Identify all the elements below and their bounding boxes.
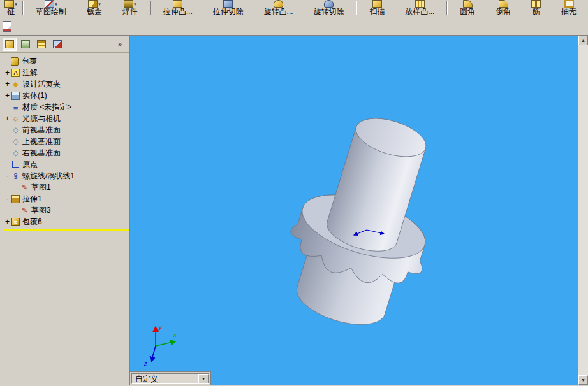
scrollbar-track[interactable]	[578, 45, 588, 375]
extrude-icon	[11, 195, 20, 203]
tree-item-extrude1[interactable]: - 拉伸1	[3, 193, 129, 204]
expand-toggle[interactable]: +	[3, 80, 11, 88]
toolbar-icon-wrap	[274, 0, 283, 8]
chamfer-icon	[499, 0, 508, 8]
expand-toggle[interactable]: -	[3, 195, 11, 203]
sheet-metal-icon	[88, 0, 98, 8]
toolbar-button-revolve-cut[interactable]: 旋转切除	[304, 0, 355, 17]
rib-icon	[531, 0, 541, 8]
third-party-icon	[53, 40, 62, 48]
sketch-draw-icon	[45, 0, 54, 8]
toolbar-button-revolve-boss[interactable]: 旋转凸...	[254, 0, 304, 17]
tree-item-wrap6[interactable]: + 包覆6	[3, 216, 129, 227]
tree-root-part[interactable]: 包覆	[3, 55, 129, 67]
tab-property-manager[interactable]	[18, 38, 33, 51]
toolbar-icon-wrap	[499, 0, 508, 8]
toolbar-button-sweep[interactable]: 扫描	[359, 0, 395, 17]
tree-item-design-binder[interactable]: + 设计活页夹	[3, 78, 129, 90]
tree-item-material[interactable]: 材质 <未指定>	[3, 101, 129, 113]
graphics-area[interactable]: y x z	[130, 36, 578, 385]
display-pane-expand-button[interactable]: »	[113, 38, 127, 51]
sketch-icon	[20, 206, 29, 215]
toolbar-icon-wrap: ▾	[124, 0, 136, 8]
triad-y-label: y	[158, 324, 162, 331]
combo-dropdown-button[interactable]: ▼	[198, 374, 209, 383]
vertical-scrollbar[interactable]: ▲ ▼	[578, 36, 588, 385]
chevron-down-icon: ▾	[15, 2, 17, 6]
feature-tree-icon	[5, 40, 14, 48]
expand-toggle[interactable]: +	[3, 69, 11, 76]
toolbar-icon-wrap	[372, 0, 382, 8]
toolbar-icon-wrap: ▾	[88, 0, 101, 8]
toolbar-button-features[interactable]: ▾ 征	[1, 0, 20, 17]
document-icon[interactable]	[3, 21, 11, 32]
toolbar-button-extrude-boss[interactable]: 拉伸凸...	[153, 0, 203, 17]
toolbar-icon-wrap	[564, 0, 574, 8]
expand-toggle[interactable]: -	[3, 172, 11, 180]
toolbar-button-rib[interactable]: 筋	[521, 0, 551, 17]
tree-item-origin[interactable]: 原点	[3, 159, 129, 170]
expand-toggle[interactable]: +	[3, 115, 11, 122]
tree-item-sketch1[interactable]: 草图1	[3, 182, 129, 193]
chevron-down-icon: ▾	[134, 2, 136, 6]
toolbar-icon-wrap	[463, 0, 473, 8]
toolbar-icon-wrap	[173, 0, 182, 8]
tab-feature-manager[interactable]	[3, 38, 17, 51]
scroll-down-button[interactable]: ▼	[578, 375, 588, 385]
scroll-up-button[interactable]: ▲	[578, 36, 588, 45]
tree-item-solid-bodies[interactable]: + 实体(1)	[3, 90, 129, 101]
expand-toggle[interactable]: +	[3, 218, 11, 225]
toolbar-separator	[446, 1, 448, 15]
features-toolbar: ▾ 征 ▾ 草图绘制 ▾ 钣金 ▾ 焊件 拉伸凸...	[0, 0, 588, 17]
toolbar-button-chamfer[interactable]: 倒角	[485, 0, 521, 17]
model-bevel-gear[interactable]	[269, 102, 461, 341]
toolbar-icon-wrap	[223, 0, 233, 8]
origin-icon	[12, 161, 19, 168]
rollback-bar[interactable]	[3, 229, 129, 231]
arrow-down-icon: ▼	[581, 378, 585, 382]
toolbar-separator	[22, 1, 24, 15]
toolbar-icon-wrap	[324, 0, 334, 8]
tree-item-right-plane[interactable]: 右视基准面	[3, 147, 129, 159]
toolbar-icon-wrap	[415, 0, 425, 8]
expand-toggle[interactable]: +	[3, 92, 11, 99]
extrude-boss-icon	[173, 0, 182, 8]
revolve-cut-icon	[324, 0, 334, 8]
feature-tree: 包覆 + 注解 + 设计活页夹 + 实体(1) 材质 <未指定>	[0, 53, 129, 385]
configuration-manager-icon	[37, 40, 46, 48]
wrap-icon	[11, 218, 20, 226]
shell-icon	[564, 0, 574, 8]
extrude-cut-icon	[223, 0, 233, 8]
solid-bodies-icon	[11, 92, 20, 100]
toolbar-button-sheet-metal[interactable]: ▾ 钣金	[77, 0, 112, 17]
graphics-viewport[interactable]: y x z 自定义 ▼ ▲ ▼	[130, 36, 588, 385]
plane-icon	[11, 149, 20, 157]
tree-item-helix[interactable]: - 螺旋线/涡状线1	[3, 170, 129, 182]
tab-configuration-manager[interactable]	[34, 38, 48, 51]
view-orientation-combo[interactable]: 自定义 ▼	[131, 373, 209, 384]
material-icon	[11, 103, 20, 111]
reference-triad: y x z	[143, 324, 177, 367]
tree-item-top-plane[interactable]: 上视基准面	[3, 136, 129, 147]
annotation-icon	[11, 69, 20, 77]
chevron-down-icon: ▼	[202, 376, 206, 381]
features-icon	[4, 0, 14, 8]
toolbar-icon-wrap: ▾	[45, 0, 57, 8]
toolbar-button-fillet[interactable]: 圆角	[450, 0, 485, 17]
toolbar-button-sketch-draw[interactable]: ▾ 草图绘制	[26, 0, 77, 17]
tab-third-party[interactable]	[50, 38, 64, 51]
toolbar-button-extrude-cut[interactable]: 拉伸切除	[203, 0, 254, 17]
tree-item-annotations[interactable]: + 注解	[3, 67, 129, 78]
triad-z-label: z	[143, 361, 147, 367]
sweep-icon	[372, 0, 382, 8]
sketch-icon	[20, 183, 29, 192]
toolbar-button-weldment[interactable]: ▾ 焊件	[112, 0, 148, 17]
tree-item-lights-cameras[interactable]: + 光源与相机	[3, 113, 129, 124]
tree-item-front-plane[interactable]: 前视基准面	[3, 124, 129, 136]
toolbar-button-shell[interactable]: 抽壳	[551, 0, 587, 17]
tree-item-sketch3[interactable]: 草图3	[3, 204, 129, 216]
toolbar-button-loft[interactable]: 放样凸...	[395, 0, 445, 17]
revolve-boss-icon	[274, 0, 283, 8]
combo-value: 自定义	[132, 374, 198, 383]
model-canvas[interactable]: y x z	[130, 36, 578, 385]
